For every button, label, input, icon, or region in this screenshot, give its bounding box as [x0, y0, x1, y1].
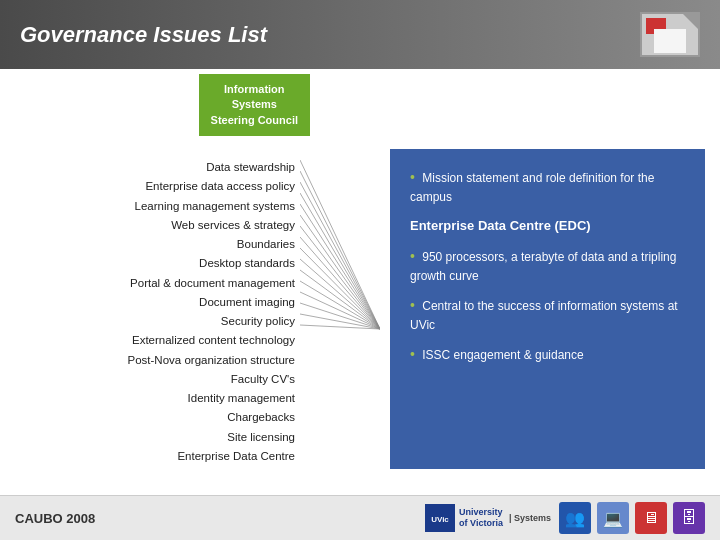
footer-logos: UVic Universityof Victoria | Systems 👥 💻… — [425, 502, 705, 534]
list-item: Portal & document management — [130, 275, 295, 292]
info-item-4: • ISSC engagement & guidance — [410, 344, 685, 365]
footer-label: CAUBO 2008 — [15, 511, 95, 526]
bullet-icon: • — [410, 248, 415, 264]
uvic-logo: UVic Universityof Victoria | Systems — [425, 504, 551, 532]
svg-line-0 — [300, 160, 380, 329]
footer-icon-1: 👥 — [559, 502, 591, 534]
list-item: Document imaging — [199, 294, 295, 311]
footer: CAUBO 2008 UVic Universityof Victoria | … — [0, 495, 720, 540]
connector-lines — [300, 149, 380, 509]
bullet-icon: • — [410, 297, 415, 313]
lines-area — [300, 79, 380, 499]
list-item: Desktop standards — [199, 255, 295, 272]
info-item-1: • Mission statement and role definition … — [410, 167, 685, 206]
slide-title: Governance Issues List — [20, 22, 267, 48]
bullet-icon: • — [410, 346, 415, 362]
edc-label: Enterprise Data Centre (EDC) — [410, 218, 591, 233]
info-box: • Mission statement and role definition … — [390, 149, 705, 469]
info-text-3: Central to the success of information sy… — [410, 299, 678, 332]
list-item: Data stewardship — [206, 159, 295, 176]
info-item-3: • Central to the success of information … — [410, 295, 685, 334]
svg-line-7 — [300, 237, 380, 329]
footer-icons: 👥 💻 🖥 🗄 — [559, 502, 705, 534]
list-item: Identity management — [188, 390, 295, 407]
footer-icon-4: 🗄 — [673, 502, 705, 534]
left-panel: InformationSystemsSteering Council Data … — [0, 79, 300, 499]
svg-line-9 — [300, 259, 380, 329]
items-list: Data stewardship Enterprise data access … — [0, 79, 300, 465]
list-item: Boundaries — [237, 236, 295, 253]
list-item: Enterprise data access policy — [145, 178, 295, 195]
info-text-2: 950 processors, a terabyte of data and a… — [410, 250, 676, 283]
list-item: Security policy — [221, 313, 295, 330]
council-box: InformationSystemsSteering Council — [199, 74, 310, 136]
list-item: Externalized content technology — [132, 332, 295, 349]
list-item: Learning management systems — [135, 198, 295, 215]
info-item-2: • 950 processors, a terabyte of data and… — [410, 246, 685, 285]
info-item-edc: Enterprise Data Centre (EDC) — [410, 216, 685, 236]
list-item: Chargebacks — [227, 409, 295, 426]
right-panel: • Mission statement and role definition … — [380, 79, 720, 499]
list-item: Faculty CV's — [231, 371, 295, 388]
svg-line-3 — [300, 193, 380, 329]
list-item: Enterprise Data Centre — [177, 448, 295, 465]
uvic-icon: UVic — [425, 504, 455, 532]
svg-line-5 — [300, 215, 380, 329]
info-text-4: ISSC engagement & guidance — [422, 348, 583, 362]
info-text-1: Mission statement and role definition fo… — [410, 171, 654, 204]
slide: Governance Issues List InformationSystem… — [0, 0, 720, 540]
footer-icon-3: 🖥 — [635, 502, 667, 534]
svg-line-6 — [300, 226, 380, 329]
main-content: InformationSystemsSteering Council Data … — [0, 69, 720, 509]
uvic-text: Universityof Victoria — [459, 507, 503, 529]
svg-line-10 — [300, 270, 380, 329]
header: Governance Issues List — [0, 0, 720, 69]
footer-icon-2: 💻 — [597, 502, 629, 534]
svg-text:UVic: UVic — [431, 515, 449, 524]
header-logo — [640, 12, 700, 57]
list-item: Web services & strategy — [171, 217, 295, 234]
list-item: Site licensing — [227, 429, 295, 446]
bullet-icon: • — [410, 169, 415, 185]
systems-text: | Systems — [509, 513, 551, 523]
list-item: Post-Nova organization structure — [128, 352, 295, 369]
